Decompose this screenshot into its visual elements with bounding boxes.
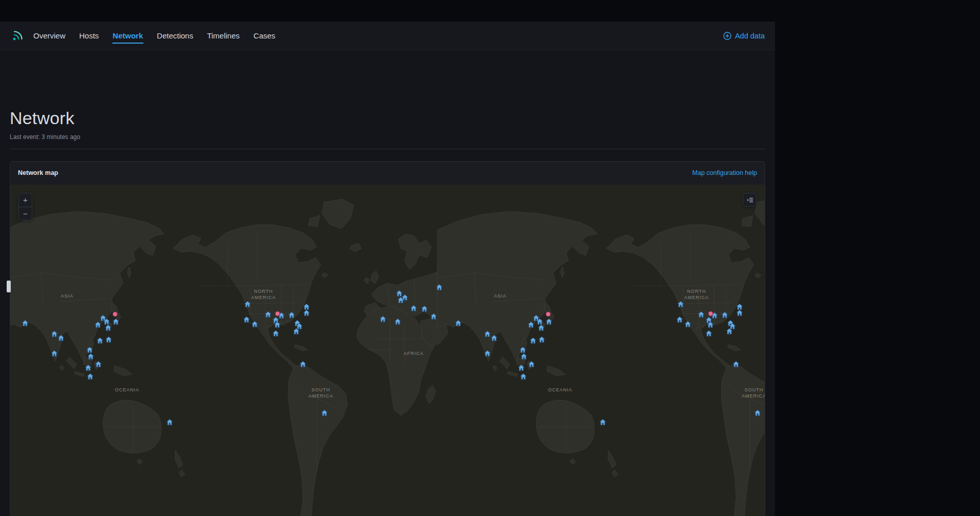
building-marker[interactable] [529, 337, 537, 344]
building-marker[interactable] [87, 373, 94, 380]
building-marker[interactable] [243, 316, 250, 323]
building-marker[interactable] [736, 309, 743, 316]
building-marker[interactable] [455, 320, 462, 327]
building-marker[interactable] [51, 330, 58, 338]
panel-header: Network map Map configuration help [10, 162, 765, 182]
building-marker[interactable] [105, 336, 112, 343]
building-marker[interactable] [677, 301, 684, 308]
building-marker[interactable] [166, 419, 173, 426]
building-marker[interactable] [726, 328, 733, 335]
building-marker[interactable] [732, 361, 740, 368]
building-marker[interactable] [379, 315, 386, 323]
building-marker[interactable] [684, 321, 691, 328]
building-marker[interactable] [22, 320, 29, 327]
building-marker[interactable] [94, 321, 101, 328]
zoom-in-button[interactable]: + [19, 193, 32, 207]
network-map-panel: Network map Map configuration help [10, 161, 765, 516]
app-logo-icon[interactable] [10, 29, 24, 43]
layers-icon [746, 196, 753, 204]
map-layers-button[interactable] [743, 193, 757, 207]
building-marker[interactable] [528, 361, 535, 368]
page-content: Network Last event: 3 minutes ago Networ… [0, 108, 775, 516]
plus-circle-icon [723, 32, 731, 40]
nav-tab-detections[interactable]: Detections [156, 27, 194, 44]
building-marker[interactable] [51, 350, 58, 357]
building-marker[interactable] [293, 328, 300, 335]
nav-tab-cases[interactable]: Cases [253, 27, 276, 44]
building-marker[interactable] [430, 313, 437, 320]
building-marker[interactable] [705, 330, 712, 337]
nav-tab-timelines[interactable]: Timelines [207, 27, 240, 44]
building-marker[interactable] [321, 409, 328, 416]
building-marker[interactable] [288, 311, 295, 319]
building-marker[interactable] [303, 309, 310, 316]
building-marker[interactable] [698, 311, 705, 318]
building-marker[interactable] [87, 353, 94, 360]
map-region-label: OCEANIA [548, 387, 573, 393]
page-title: Network [10, 108, 765, 128]
map-marker-layer: ASIANORTH AMERICAAFRICAOCEANIASOUTH AMER… [10, 185, 765, 516]
map-configuration-help-link[interactable]: Map configuration help [692, 169, 757, 176]
building-marker[interactable] [754, 409, 761, 416]
building-marker[interactable] [721, 311, 728, 319]
alert-pin-marker[interactable] [274, 310, 281, 317]
building-marker[interactable] [518, 364, 525, 371]
building-marker[interactable] [527, 321, 535, 328]
building-marker[interactable] [545, 318, 553, 325]
map-region-label: NORTH AMERICA [251, 289, 276, 301]
map-region-label: OCEANIA [115, 387, 139, 393]
nav-tab-overview[interactable]: Overview [33, 27, 66, 44]
building-marker[interactable] [96, 337, 104, 344]
alert-pin-marker[interactable] [545, 311, 552, 318]
nav-tabs: Overview Hosts Network Detections Timeli… [33, 27, 276, 44]
building-marker[interactable] [520, 373, 527, 380]
map-region-label: SOUTH AMERICA [309, 387, 333, 399]
building-marker[interactable] [519, 346, 526, 353]
building-marker[interactable] [86, 346, 93, 353]
building-marker[interactable] [244, 301, 251, 308]
building-marker[interactable] [491, 334, 498, 342]
building-marker[interactable] [105, 324, 112, 331]
building-marker[interactable] [436, 284, 443, 291]
building-marker[interactable] [397, 296, 404, 304]
building-marker[interactable] [85, 364, 92, 371]
building-marker[interactable] [599, 419, 606, 426]
legend-flyout-handle[interactable] [7, 281, 11, 292]
zoom-out-button[interactable]: − [19, 207, 32, 220]
map-region-label: ASIA [494, 293, 507, 300]
building-marker[interactable] [538, 324, 545, 331]
app-window: Overview Hosts Network Detections Timeli… [0, 22, 775, 516]
building-marker[interactable] [95, 361, 102, 368]
building-marker[interactable] [410, 305, 417, 312]
building-marker[interactable] [520, 353, 527, 360]
building-marker[interactable] [538, 336, 545, 343]
building-marker[interactable] [484, 330, 491, 338]
add-data-button[interactable]: Add data [723, 32, 765, 40]
world-map[interactable]: ASIANORTH AMERICAAFRICAOCEANIASOUTH AMER… [10, 185, 765, 516]
alert-pin-marker[interactable] [112, 311, 119, 318]
building-marker[interactable] [264, 311, 272, 318]
building-marker[interactable] [57, 334, 65, 342]
building-marker[interactable] [112, 318, 119, 325]
map-region-label: AFRICA [403, 351, 423, 357]
map-zoom-control: + − [18, 193, 32, 221]
add-data-label: Add data [735, 32, 765, 40]
header-divider [10, 149, 765, 149]
panel-title: Network map [18, 169, 58, 176]
building-marker[interactable] [394, 318, 401, 325]
alert-pin-marker[interactable] [707, 310, 714, 317]
building-marker[interactable] [421, 305, 428, 312]
building-marker[interactable] [272, 330, 279, 337]
map-region-label: NORTH AMERICA [684, 289, 709, 301]
top-navigation: Overview Hosts Network Detections Timeli… [0, 22, 775, 50]
map-region-label: ASIA [61, 293, 74, 300]
building-marker[interactable] [484, 350, 491, 357]
nav-tab-network[interactable]: Network [112, 27, 144, 44]
building-marker[interactable] [251, 321, 258, 328]
building-marker[interactable] [676, 316, 683, 323]
building-marker[interactable] [707, 321, 714, 328]
building-marker[interactable] [299, 361, 307, 368]
building-marker[interactable] [274, 321, 281, 328]
map-region-label: SOUTH AMERICA [742, 387, 765, 399]
nav-tab-hosts[interactable]: Hosts [79, 27, 99, 44]
